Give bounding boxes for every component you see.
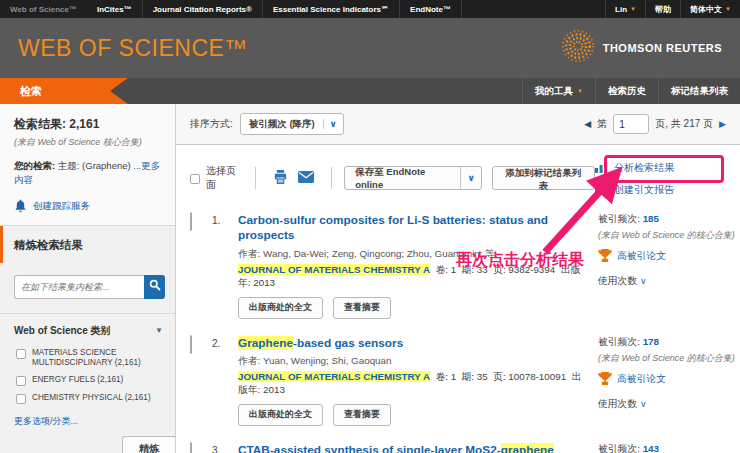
product-tab-endnote[interactable]: EndNote™ <box>400 0 462 18</box>
categories-section-header[interactable]: Web of Science 类别 ▼ <box>0 314 175 344</box>
print-icon <box>273 170 288 187</box>
result-number: 3. <box>212 443 238 453</box>
times-cited-label: 被引频次: <box>598 443 640 453</box>
my-tools-label: 我的工具 <box>535 85 573 98</box>
result-checkbox-cell[interactable] <box>190 443 212 453</box>
product-tab-esi[interactable]: Essential Science Indicators℠ <box>263 0 400 18</box>
results-count-line: 检索结果: 2,161 <box>14 116 163 133</box>
highly-cited-link[interactable]: 高被引论文 <box>617 250 666 263</box>
highly-cited-row: 高被引论文 <box>598 249 740 264</box>
print-button[interactable] <box>268 170 293 187</box>
result-citation-panel: 被引频次: 143 (来自 Web of Science 的核心合集) 高被引论… <box>598 443 740 453</box>
trophy-icon <box>598 372 612 387</box>
marked-list-link[interactable]: 标记结果列表 <box>658 78 740 104</box>
page-number-input[interactable] <box>613 114 649 134</box>
citation-report-link[interactable]: 创建引文报告 <box>595 183 730 197</box>
search-history-link[interactable]: 检索历史 <box>595 78 658 104</box>
times-cited-count[interactable]: 178 <box>643 336 659 347</box>
analyze-links: 分析检索结果 创建引文报告 <box>595 159 730 197</box>
journal-link[interactable]: JOURNAL OF MATERIALS CHEMISTRY A <box>238 371 430 382</box>
email-icon <box>298 171 314 186</box>
more-options-link[interactable]: 更多选项/分类... <box>14 416 78 426</box>
analyze-results-link[interactable]: 分析检索结果 <box>595 161 730 175</box>
result-checkbox-cell[interactable] <box>190 213 212 319</box>
prev-page-icon[interactable]: ◀ <box>584 119 591 129</box>
thomson-reuters-name: THOMSON REUTERS <box>603 42 722 54</box>
times-cited-line: 被引频次: 185 <box>598 213 740 226</box>
result-authors: 作者: Yuan, Wenjing; Shi, Gaoquan <box>238 355 588 368</box>
page-prefix: 第 <box>597 117 607 131</box>
chevron-down-icon: ∨ <box>323 119 343 129</box>
thomson-reuters-brand: THOMSON REUTERS <box>561 29 722 67</box>
result-body: Graphene-based gas sensors 作者: Yuan, Wen… <box>238 336 598 426</box>
result-body: CTAB-assisted synthesis of single-layer … <box>238 443 598 453</box>
header: WEB OF SCIENCE™ THOMSON REUTERS <box>0 18 740 78</box>
journal-link[interactable]: JOURNAL OF MATERIALS CHEMISTRY A <box>238 264 430 275</box>
highly-cited-row: 高被引论文 <box>598 372 740 387</box>
category-checkbox-row[interactable]: MATERIALS SCIENCE MULTIDISCIPLINARY (2,1… <box>0 344 175 372</box>
save-to-endnote-button[interactable]: 保存至 EndNote online ∨ <box>344 166 482 190</box>
trophy-icon <box>598 249 612 264</box>
save-to-endnote-label: 保存至 EndNote online <box>345 166 460 190</box>
view-abstract-button[interactable]: 查看摘要 <box>333 404 391 426</box>
add-to-marked-list-button[interactable]: 添加到标记结果列表 <box>492 166 595 190</box>
my-tools-menu[interactable]: 我的工具 ▼ <box>522 78 595 104</box>
chevron-down-icon: ▼ <box>155 326 163 335</box>
category-checkbox-row[interactable]: ENERGY FUELS (2,161) <box>0 371 175 389</box>
topbar-spacer <box>462 0 605 18</box>
divider <box>331 167 332 189</box>
highly-cited-link[interactable]: 高被引论文 <box>617 373 666 386</box>
select-page-control[interactable]: 选择页面 <box>190 164 243 192</box>
next-page-icon[interactable]: ▶ <box>719 119 726 129</box>
category-label: MATERIALS SCIENCE MULTIDISCIPLINARY (2,1… <box>32 348 165 369</box>
language-menu[interactable]: 简体中文 ▼ <box>680 0 740 18</box>
citation-chart-icon <box>595 184 608 197</box>
results-list: 1. Carbon-sulfur composites for Li-S bat… <box>176 201 740 453</box>
result-title-link[interactable]: Graphene-based gas sensors <box>238 336 588 351</box>
main-content: 排序方式: 被引频次 (降序) ∨ ◀ 第 页, 共 217 页 ▶ 选择页面 <box>176 104 740 453</box>
result-row: 3. CTAB-assisted synthesis of single-lay… <box>190 443 740 453</box>
authors-value: Wang, Da-Wei; Zeng, Qingcong; Zhou, Guan… <box>263 248 498 259</box>
web-of-science-logo[interactable]: WEB OF SCIENCE™ <box>18 35 248 62</box>
result-source-line: JOURNAL OF MATERIALS CHEMISTRY A 卷: 1 期:… <box>238 371 588 397</box>
refine-search-input[interactable] <box>14 275 144 299</box>
refine-search-button[interactable] <box>144 275 165 299</box>
checkbox <box>16 349 26 359</box>
email-button[interactable] <box>293 171 319 186</box>
result-title-link[interactable]: Carbon-sulfur composites for Li-S batter… <box>238 213 588 244</box>
help-link[interactable]: 帮助 <box>645 0 680 18</box>
usage-count-toggle[interactable]: 使用次数 ∨ <box>598 398 740 411</box>
times-cited-count[interactable]: 185 <box>643 213 659 224</box>
result-checkbox-cell[interactable] <box>190 336 212 426</box>
nav-spacer <box>128 78 522 104</box>
result-body: Carbon-sulfur composites for Li-S batter… <box>238 213 598 319</box>
results-source: (来自 Web of Science 核心合集) <box>14 136 163 149</box>
categories-title: Web of Science 类别 <box>14 324 111 338</box>
create-alert-row[interactable]: 创建跟踪服务 <box>14 199 163 215</box>
product-tab-jcr[interactable]: Journal Citation Reports® <box>143 0 263 18</box>
results-toolbar: 选择页面 <box>176 145 740 201</box>
times-cited-count[interactable]: 143 <box>643 443 659 453</box>
select-page-label: 选择页面 <box>206 164 243 192</box>
view-abstract-button[interactable]: 查看摘要 <box>333 297 391 319</box>
refine-button[interactable]: 精炼 <box>122 436 175 453</box>
user-menu[interactable]: Lin ▼ <box>605 0 645 18</box>
full-text-button[interactable]: 出版商处的全文 <box>238 404 323 426</box>
category-checkbox-row[interactable]: CHEMISTRY PHYSICAL (2,161) <box>0 389 175 407</box>
nav-bar: 检索 我的工具 ▼ 检索历史 标记结果列表 <box>0 78 740 104</box>
result-row: 2. Graphene-based gas sensors 作者: Yuan, … <box>190 336 740 426</box>
checkbox <box>16 394 26 404</box>
thomson-reuters-logo-icon <box>561 29 595 67</box>
product-tab-web-of-science[interactable]: Web of Science™ <box>0 0 87 18</box>
product-tab-incites[interactable]: InCites™ <box>87 0 143 18</box>
usage-count-toggle[interactable]: 使用次数 ∨ <box>598 275 740 288</box>
sort-select[interactable]: 被引频次 (降序) ∨ <box>240 113 344 135</box>
result-title-link[interactable]: CTAB-assisted synthesis of single-layer … <box>238 443 588 453</box>
result-number: 2. <box>212 336 238 426</box>
refine-button-row: 精炼 <box>0 428 175 453</box>
sort-value: 被引频次 (降序) <box>241 118 323 131</box>
citation-report-label: 创建引文报告 <box>614 183 674 197</box>
tab-search[interactable]: 检索 <box>0 78 128 104</box>
usage-label: 使用次数 <box>598 275 637 286</box>
full-text-button[interactable]: 出版商处的全文 <box>238 297 323 319</box>
